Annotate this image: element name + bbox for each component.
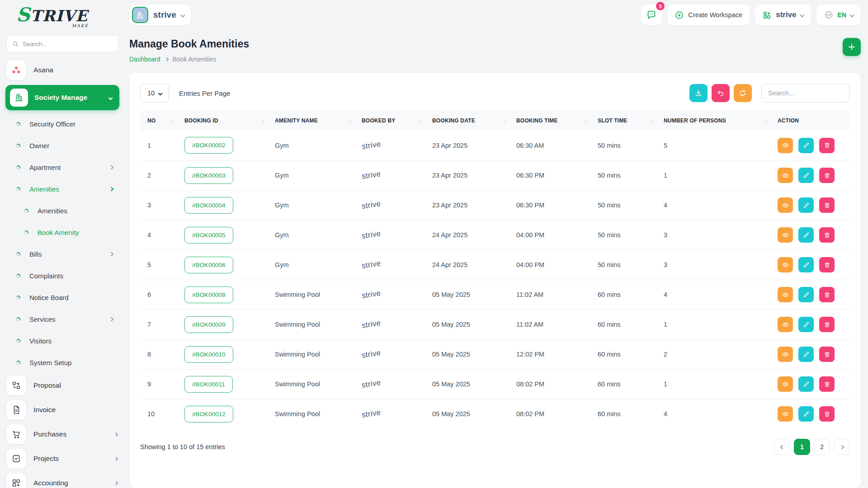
- edit-button[interactable]: [798, 376, 814, 392]
- sidebar-search[interactable]: [6, 35, 118, 52]
- add-booking-button[interactable]: [843, 38, 861, 56]
- sidebar-item-proposal[interactable]: Proposal: [0, 373, 125, 398]
- table-row: 1 #BOK00002 Gym strive 23 Apr 2025 06:30…: [140, 131, 850, 160]
- cell-booking-date: 24 Apr 2025: [428, 250, 512, 280]
- export-button[interactable]: [689, 84, 708, 102]
- column-header-booking-time[interactable]: BOOKING TIME↑↓: [512, 111, 593, 131]
- sort-icon[interactable]: ↑↓: [764, 118, 767, 123]
- page-1-button[interactable]: 1: [794, 439, 810, 455]
- view-button[interactable]: [778, 227, 793, 243]
- workspace-building-icon: [132, 7, 148, 23]
- delete-button[interactable]: [819, 287, 835, 302]
- column-header-booked-by[interactable]: BOOKED BY↑↓: [357, 111, 428, 131]
- cell-persons: 4: [659, 280, 773, 310]
- chevron-down-icon: [180, 13, 185, 17]
- sidebar-item-security-officer[interactable]: Security Officer: [0, 113, 125, 135]
- booking-id-pill: #BOK00002: [184, 137, 233, 154]
- delete-button[interactable]: [819, 376, 835, 392]
- chevron-right-icon: [164, 57, 169, 61]
- delete-button[interactable]: [819, 227, 835, 243]
- workspace-switcher[interactable]: strive: [755, 5, 811, 25]
- entries-per-page-select[interactable]: 10: [140, 84, 169, 103]
- sidebar-search-input[interactable]: [23, 41, 113, 47]
- view-button[interactable]: [778, 197, 793, 213]
- column-header-amenity-name[interactable]: AMENITY NAME↑↓: [270, 111, 357, 131]
- breadcrumb-current: Book Amenities: [173, 56, 217, 63]
- view-button[interactable]: [778, 406, 793, 422]
- sort-icon[interactable]: ↑↓: [650, 118, 653, 123]
- sidebar-item-system-setup[interactable]: System Setup: [0, 352, 125, 373]
- view-button[interactable]: [778, 168, 793, 183]
- sidebar-item-apartment[interactable]: Apartment: [0, 156, 125, 178]
- table-search-input[interactable]: [761, 84, 850, 103]
- edit-button[interactable]: [798, 197, 814, 213]
- delete-button[interactable]: [819, 138, 835, 153]
- delete-button[interactable]: [819, 317, 835, 332]
- view-button[interactable]: [778, 376, 793, 392]
- view-button[interactable]: [778, 287, 793, 302]
- view-button[interactable]: [778, 347, 793, 362]
- column-header-booking-id[interactable]: BOOKING ID↑↓: [180, 111, 270, 131]
- booking-id-pill: #BOK00006: [184, 257, 233, 273]
- sidebar-item-book-amenity[interactable]: Book Amenity: [0, 221, 125, 243]
- delete-button[interactable]: [819, 197, 835, 213]
- next-page-button[interactable]: [834, 439, 850, 455]
- breadcrumb-dashboard-link[interactable]: Dashboard: [129, 56, 160, 63]
- cell-slot-time: 50 mins: [593, 160, 659, 190]
- sort-icon[interactable]: ↑↓: [348, 118, 351, 123]
- cell-no: 5: [140, 250, 180, 280]
- cell-actions: [773, 339, 850, 369]
- view-button[interactable]: [778, 138, 793, 153]
- cell-persons: 1: [659, 160, 773, 190]
- sidebar-item-accounting[interactable]: Accounting: [0, 471, 125, 488]
- sidebar-item-label: Bills: [29, 250, 42, 258]
- column-header-slot-time[interactable]: SLOT TIME↑↓: [593, 111, 659, 131]
- sidebar-item-purchases[interactable]: Purchases: [0, 422, 125, 446]
- sidebar-item-amenities-list[interactable]: Amenities: [0, 200, 125, 221]
- sidebar-item-society-manage[interactable]: Society Manage: [5, 85, 119, 110]
- delete-button[interactable]: [819, 257, 835, 272]
- sidebar-item-asana[interactable]: Asana: [0, 58, 125, 82]
- sidebar-item-bills[interactable]: Bills: [0, 243, 125, 265]
- sidebar-item-complaints[interactable]: Complaints: [0, 265, 125, 286]
- column-header-no[interactable]: NO↑↓: [140, 111, 180, 131]
- delete-button[interactable]: [819, 406, 835, 422]
- delete-button[interactable]: [819, 347, 835, 362]
- delete-button[interactable]: [819, 168, 835, 183]
- refresh-button[interactable]: [734, 84, 752, 102]
- edit-button[interactable]: [798, 287, 814, 302]
- sort-icon[interactable]: ↑↓: [261, 118, 264, 123]
- sort-icon[interactable]: ↑↓: [171, 118, 174, 123]
- sort-icon[interactable]: ↑↓: [503, 118, 505, 123]
- edit-button[interactable]: [798, 168, 814, 183]
- view-button[interactable]: [778, 317, 793, 332]
- bullet-ring-icon: [24, 208, 29, 213]
- column-header-booking-date[interactable]: BOOKING DATE↑↓: [428, 111, 512, 131]
- sidebar-item-projects[interactable]: Projects: [0, 446, 125, 471]
- sidebar-item-services[interactable]: Services: [0, 308, 125, 330]
- workspace-selector[interactable]: strive: [129, 5, 191, 25]
- bullet-ring-icon: [16, 360, 21, 365]
- edit-button[interactable]: [798, 257, 814, 272]
- create-workspace-button[interactable]: Create Workspace: [667, 5, 750, 25]
- sort-icon[interactable]: ↑↓: [584, 118, 587, 123]
- view-button[interactable]: [778, 257, 793, 272]
- sidebar-item-amenities[interactable]: Amenities: [0, 178, 125, 200]
- previous-page-button[interactable]: [774, 439, 790, 455]
- edit-button[interactable]: [798, 138, 814, 153]
- column-header-number-of-persons[interactable]: NUMBER OF PERSONS↑↓: [659, 111, 773, 131]
- sort-icon[interactable]: ↑↓: [419, 118, 421, 123]
- chat-button[interactable]: 0: [641, 5, 662, 25]
- sidebar-item-invoice[interactable]: Invoice: [0, 398, 125, 422]
- bullet-ring-icon: [24, 230, 29, 235]
- undo-button[interactable]: [712, 84, 730, 102]
- sidebar-item-visitors[interactable]: Visitors: [0, 330, 125, 352]
- language-selector[interactable]: EN: [816, 5, 861, 25]
- edit-button[interactable]: [798, 227, 814, 243]
- edit-button[interactable]: [798, 406, 814, 422]
- sidebar-item-notice-board[interactable]: Notice Board: [0, 286, 125, 308]
- page-2-button[interactable]: 2: [814, 439, 830, 455]
- edit-button[interactable]: [798, 347, 814, 362]
- edit-button[interactable]: [798, 317, 814, 332]
- sidebar-item-owner[interactable]: Owner: [0, 135, 125, 156]
